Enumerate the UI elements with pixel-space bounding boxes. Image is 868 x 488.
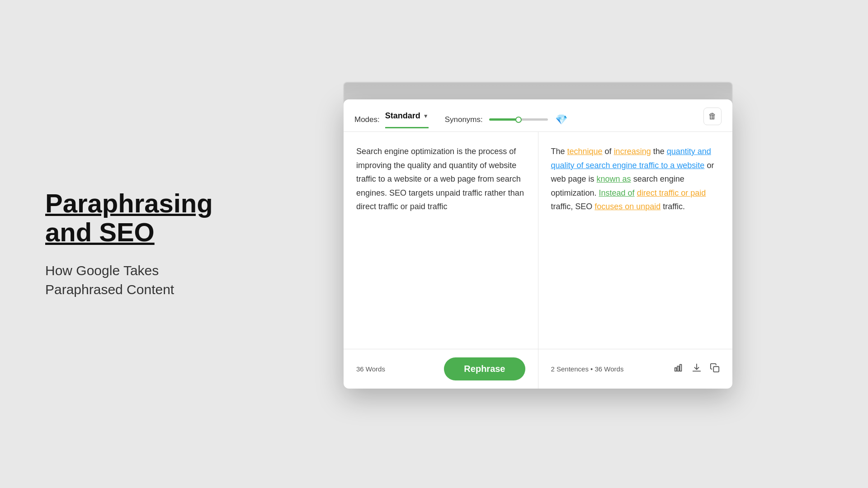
highlight-focuses-on: focuses on unpaid <box>594 202 660 211</box>
rephrase-button[interactable]: Rephrase <box>444 357 525 380</box>
footer-left: 36 Words Rephrase <box>344 349 538 389</box>
modes-label: Modes: <box>354 115 380 124</box>
left-panel: Paraphrasing and SEO How Google Takes Pa… <box>0 189 235 299</box>
slider-filled-track <box>489 118 516 121</box>
page-title: Paraphrasing and SEO <box>45 189 199 247</box>
page-subtitle: How Google Takes Paraphrased Content <box>45 261 199 299</box>
slider-unfilled-track <box>521 118 548 121</box>
highlight-technique: technique <box>567 147 603 156</box>
slider-thumb[interactable] <box>515 117 522 123</box>
paraphraser-card: Modes: Standard ▼ Synonyms: 💎 🗑 <box>344 99 732 389</box>
svg-rect-2 <box>680 365 682 371</box>
svg-rect-1 <box>677 366 679 371</box>
tool-wrapper: Modes: Standard ▼ Synonyms: 💎 🗑 <box>344 99 732 389</box>
download-icon-button[interactable] <box>692 363 702 375</box>
right-panel: Modes: Standard ▼ Synonyms: 💎 🗑 <box>235 99 868 389</box>
mode-value: Standard <box>385 111 420 121</box>
input-pane[interactable]: Search engine optimization is the proces… <box>344 132 538 349</box>
highlight-direct-traffic: direct traffic or paid <box>637 188 706 197</box>
svg-rect-0 <box>675 368 677 371</box>
footer-right: 2 Sentences • 36 Words <box>538 355 733 383</box>
content-area: Search engine optimization is the proces… <box>344 132 732 349</box>
footer: 36 Words Rephrase 2 Sentences • 36 Words <box>344 349 732 389</box>
diamond-icon: 💎 <box>555 114 567 126</box>
input-word-count: 36 Words <box>356 365 385 373</box>
highlight-instead-of: Instead of <box>599 188 635 197</box>
delete-button[interactable]: 🗑 <box>703 108 722 125</box>
synonyms-slider[interactable] <box>489 117 552 123</box>
footer-icons <box>674 363 720 375</box>
output-stats: 2 Sentences • 36 Words <box>551 365 624 373</box>
input-text: Search engine optimization is the proces… <box>356 145 525 214</box>
synonyms-label: Synonyms: <box>445 115 483 124</box>
copy-icon-button[interactable] <box>710 363 720 375</box>
chart-icon-button[interactable] <box>674 363 684 375</box>
highlight-increasing: increasing <box>614 147 651 156</box>
mode-dropdown[interactable]: Standard ▼ <box>385 111 429 128</box>
output-pane: The technique of increasing the quantity… <box>538 132 733 349</box>
output-text: The technique of increasing the quantity… <box>551 145 720 214</box>
svg-rect-3 <box>713 366 719 372</box>
toolbar: Modes: Standard ▼ Synonyms: 💎 🗑 <box>344 99 732 132</box>
chevron-down-icon: ▼ <box>423 113 429 119</box>
highlight-known-as: known as <box>597 174 631 183</box>
